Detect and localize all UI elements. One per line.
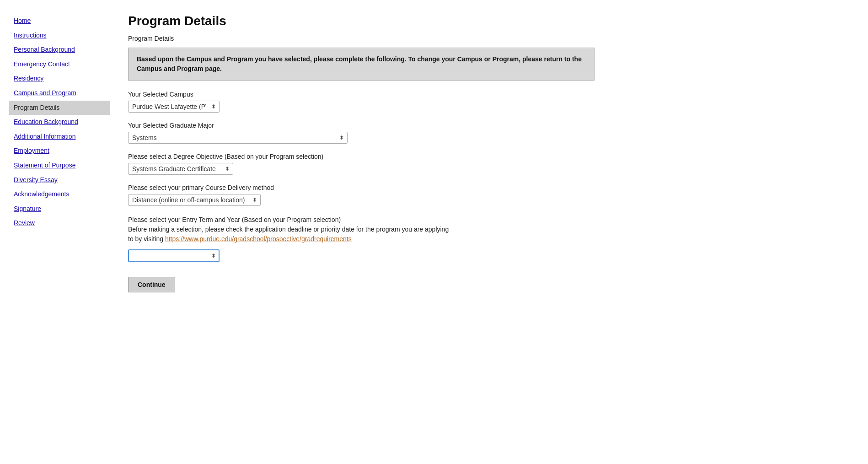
main-content: Program Details Program Details Based up… [110,9,868,455]
sidebar-item-residency[interactable]: Residency [9,71,110,86]
sidebar-item-emergency-contact[interactable]: Emergency Contact [9,57,110,72]
campus-select-wrapper: Purdue West Lafayette (PWL) ⬍ [128,101,220,113]
page-title: Program Details [128,14,850,28]
notice-box: Based upon the Campus and Program you ha… [128,48,595,81]
sidebar-item-additional-information[interactable]: Additional Information [9,129,110,144]
delivery-label: Please select your primary Course Delive… [128,184,850,191]
delivery-section: Please select your primary Course Delive… [128,184,850,206]
sidebar-item-signature[interactable]: Signature [9,202,110,216]
major-select[interactable]: Systems [128,132,348,144]
degree-select[interactable]: Systems Graduate Certificate [128,163,233,175]
sidebar-item-campus-and-program[interactable]: Campus and Program [9,86,110,101]
major-select-wrapper: Systems ⬍ [128,132,348,144]
sidebar-item-statement-of-purpose[interactable]: Statement of Purpose [9,158,110,173]
degree-label: Please select a Degree Objective (Based … [128,153,850,160]
continue-button[interactable]: Continue [128,277,175,292]
section-label: Program Details [128,35,850,42]
delivery-select-wrapper: Distance (online or off-campus location)… [128,194,261,206]
sidebar: HomeInstructionsPersonal BackgroundEmerg… [0,9,110,455]
sidebar-item-program-details[interactable]: Program Details [9,101,110,115]
sidebar-item-acknowledgements[interactable]: Acknowledgements [9,187,110,202]
entry-term-select[interactable] [128,249,220,262]
entry-term-select-wrapper: ⬍ [128,249,220,262]
degree-select-wrapper: Systems Graduate Certificate ⬍ [128,163,233,175]
sidebar-item-review[interactable]: Review [9,216,110,231]
entry-term-label-line1: Please select your Entry Term and Year (… [128,215,850,244]
campus-select[interactable]: Purdue West Lafayette (PWL) [128,101,220,113]
entry-term-link[interactable]: https://www.purdue.edu/gradschool/prospe… [165,235,352,243]
degree-section: Please select a Degree Objective (Based … [128,153,850,175]
sidebar-item-personal-background[interactable]: Personal Background [9,43,110,57]
sidebar-item-instructions[interactable]: Instructions [9,28,110,43]
sidebar-item-education-background[interactable]: Education Background [9,115,110,129]
delivery-select[interactable]: Distance (online or off-campus location) [128,194,261,206]
campus-section: Your Selected Campus Purdue West Lafayet… [128,91,850,113]
major-section: Your Selected Graduate Major Systems ⬍ [128,122,850,144]
entry-term-section: Please select your Entry Term and Year (… [128,215,850,262]
sidebar-item-employment[interactable]: Employment [9,144,110,158]
campus-label: Your Selected Campus [128,91,850,98]
sidebar-item-home[interactable]: Home [9,14,110,28]
sidebar-item-diversity-essay[interactable]: Diversity Essay [9,173,110,188]
major-label: Your Selected Graduate Major [128,122,850,129]
